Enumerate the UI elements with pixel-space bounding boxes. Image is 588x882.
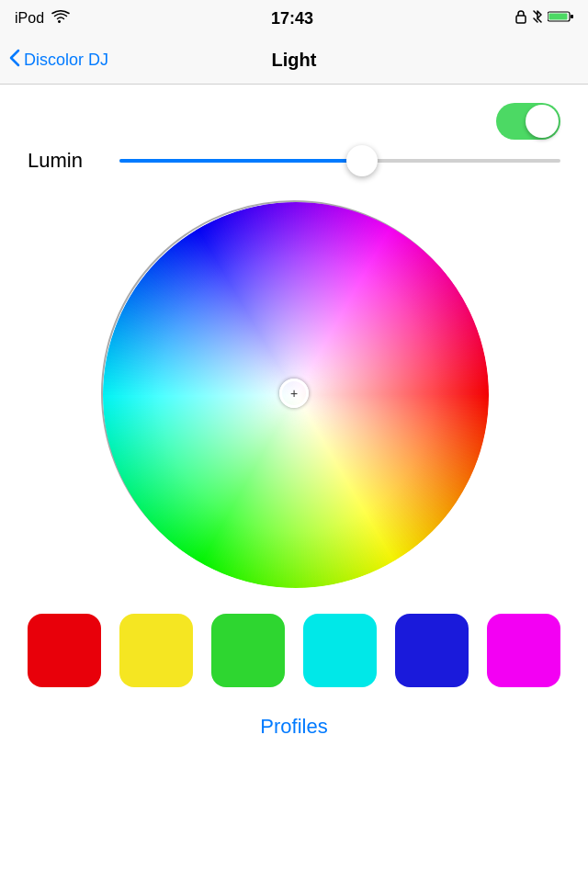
nav-bar: Discolor DJ Light — [0, 37, 588, 85]
status-right: ⚡ — [514, 9, 573, 28]
swatch-yellow[interactable] — [119, 614, 193, 687]
content-area: Lumin + Profiles — [0, 85, 588, 757]
carrier-label: iPod — [15, 10, 44, 27]
page-title: Light — [272, 50, 317, 71]
wifi-icon — [51, 10, 70, 27]
lumin-label: Lumin — [28, 149, 101, 173]
swatch-red[interactable] — [28, 614, 101, 687]
profiles-link[interactable]: Profiles — [28, 715, 560, 739]
lock-icon — [514, 9, 527, 28]
light-toggle[interactable] — [496, 103, 560, 140]
swatch-blue[interactable] — [395, 614, 469, 687]
back-label[interactable]: Discolor DJ — [24, 51, 108, 70]
battery-icon: ⚡ — [548, 10, 573, 27]
lumin-row: Lumin — [28, 149, 560, 173]
svg-text:⚡: ⚡ — [572, 14, 573, 22]
wheel-cursor[interactable]: + — [279, 379, 309, 408]
swatch-cyan[interactable] — [303, 614, 377, 687]
back-chevron-icon — [9, 49, 20, 72]
cursor-plus-icon: + — [290, 387, 298, 400]
bluetooth-icon — [533, 9, 542, 28]
svg-rect-0 — [516, 16, 526, 23]
swatch-magenta[interactable] — [487, 614, 560, 687]
color-wheel-container: + — [28, 200, 560, 586]
lumin-slider[interactable] — [119, 159, 560, 163]
status-bar: iPod 17:43 — [0, 0, 588, 37]
color-wheel[interactable]: + — [101, 200, 487, 586]
back-button[interactable]: Discolor DJ — [9, 49, 108, 72]
toggle-row — [28, 103, 560, 140]
swatches-row — [28, 614, 560, 687]
swatch-green[interactable] — [211, 614, 285, 687]
status-time: 17:43 — [271, 9, 313, 28]
slider-thumb[interactable] — [346, 145, 378, 176]
slider-fill — [119, 159, 362, 163]
toggle-knob — [526, 105, 559, 138]
svg-rect-2 — [548, 14, 567, 20]
status-left: iPod — [15, 10, 70, 27]
